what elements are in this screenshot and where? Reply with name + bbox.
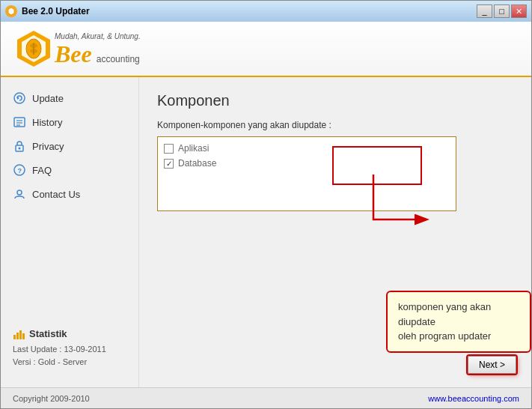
logo-accounting-text: accounting — [97, 54, 140, 64]
svg-point-5 — [30, 43, 37, 48]
statistik-header: Statistik — [13, 328, 126, 340]
sidebar-item-contact[interactable]: Contact Us — [1, 182, 138, 206]
checkbox-aplikasi[interactable]: Aplikasi — [164, 143, 450, 154]
app-icon — [5, 5, 17, 17]
svg-marker-8 — [17, 97, 19, 100]
versi-value: Gold - Server — [38, 357, 87, 366]
last-update-value: 13-09-2011 — [64, 345, 106, 354]
sidebar-item-update[interactable]: Update — [1, 86, 138, 110]
bee-logo: Mudah, Akurat, & Untung. Bee accounting — [13, 28, 141, 70]
svg-rect-18 — [13, 335, 16, 339]
title-bar-left: Bee 2.0 Updater — [5, 5, 90, 17]
svg-text:?: ? — [18, 167, 22, 175]
footer-website[interactable]: www.beeaccounting.com — [428, 394, 519, 403]
section-label: Komponen-komponen yang akan diupdate : — [157, 120, 513, 130]
privacy-icon — [13, 139, 26, 153]
annotation-text: komponen yang akan diupdateoleh program … — [398, 301, 491, 342]
maximize-button[interactable]: □ — [494, 4, 510, 18]
sidebar-item-privacy[interactable]: Privacy — [1, 134, 138, 158]
title-text: Bee 2.0 Updater — [22, 6, 90, 16]
sidebar-item-history[interactable]: History — [1, 110, 138, 134]
svg-rect-19 — [16, 333, 19, 339]
komponen-box: Aplikasi ✓ Database — [157, 136, 456, 211]
sidebar: Update History — [1, 77, 139, 387]
svg-point-14 — [19, 148, 21, 150]
bee-hex-icon — [13, 28, 55, 70]
annotation-box: komponen yang akan diupdateoleh program … — [386, 291, 531, 353]
close-button[interactable]: ✕ — [511, 4, 527, 18]
annotation-container: komponen yang akan diupdateoleh program … — [386, 291, 531, 353]
checkbox-database[interactable]: ✓ Database — [164, 158, 450, 169]
main-content: Update History — [1, 77, 531, 387]
logo-name-row: Bee accounting — [55, 42, 141, 66]
sidebar-item-faq[interactable]: ? FAQ — [1, 158, 138, 182]
history-icon — [13, 115, 26, 129]
title-bar: Bee 2.0 Updater _ □ ✕ — [1, 1, 531, 22]
app-window: Bee 2.0 Updater _ □ ✕ Mudah, Akurat — [0, 0, 532, 409]
update-icon — [13, 91, 26, 105]
svg-rect-20 — [19, 330, 22, 339]
footer-copyright: Copyright 2009-2010 — [13, 394, 90, 403]
page-title: Komponen — [157, 92, 513, 109]
last-update-row: Last Update : 13-09-2011 — [13, 343, 126, 357]
logo-text-area: Mudah, Akurat, & Untung. Bee accounting — [55, 32, 141, 66]
sidebar-item-contact-label: Contact Us — [32, 189, 80, 200]
minimize-button[interactable]: _ — [477, 4, 492, 18]
next-button[interactable]: Next > — [468, 356, 516, 374]
stat-info: Last Update : 13-09-2011 Versi : Gold - … — [13, 343, 126, 369]
statistik-icon — [13, 328, 25, 340]
sidebar-bottom: Statistik Last Update : 13-09-2011 Versi… — [1, 319, 138, 378]
sidebar-item-privacy-label: Privacy — [32, 141, 64, 152]
sidebar-item-faq-label: FAQ — [32, 165, 52, 176]
cb-aplikasi[interactable] — [164, 144, 174, 154]
cb-aplikasi-label: Aplikasi — [178, 143, 209, 154]
faq-icon: ? — [13, 163, 26, 177]
svg-point-17 — [17, 190, 22, 195]
cb-database-label: Database — [178, 158, 216, 169]
sidebar-item-history-label: History — [32, 117, 62, 128]
sidebar-item-update-label: Update — [32, 93, 64, 104]
last-update-label: Last Update : — [13, 345, 61, 354]
content-area: Komponen Komponen-komponen yang akan diu… — [139, 77, 531, 387]
svg-rect-21 — [22, 333, 25, 339]
cb-database[interactable]: ✓ — [164, 159, 174, 169]
versi-label: Versi : — [13, 357, 36, 366]
contact-icon — [13, 187, 26, 201]
title-controls: _ □ ✕ — [477, 4, 527, 18]
logo-bee-text: Bee — [55, 42, 92, 66]
svg-point-6 — [30, 49, 37, 53]
versi-row: Versi : Gold - Server — [13, 356, 126, 369]
app-header: Mudah, Akurat, & Untung. Bee accounting — [1, 22, 531, 77]
statistik-label-text: Statistik — [29, 328, 67, 339]
logo-tagline: Mudah, Akurat, & Untung. — [55, 32, 141, 40]
svg-marker-0 — [8, 7, 14, 15]
app-footer: Copyright 2009-2010 www.beeaccounting.co… — [1, 387, 531, 408]
